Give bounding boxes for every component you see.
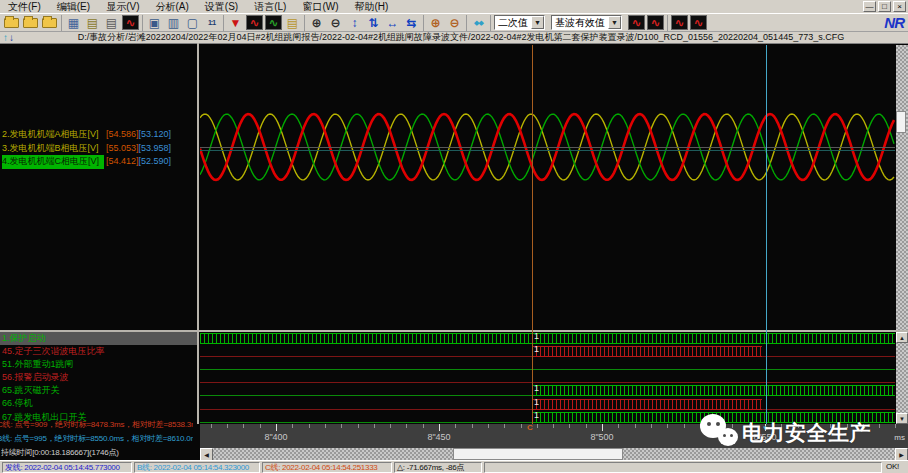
amplitude-expand-icon[interactable]: ↕ — [346, 15, 363, 30]
digital-trace-low — [200, 395, 532, 396]
time-expand-icon[interactable]: ↔ — [384, 15, 401, 30]
save-icon[interactable]: ▦ — [65, 15, 82, 30]
analog-channel-label: 3.发电机机端B相电压[V] — [2, 142, 104, 156]
axis-tick — [243, 424, 244, 428]
toolbar-group — [0, 15, 62, 31]
time-shrink-icon[interactable]: ⇆ — [403, 15, 420, 30]
cursor-b-time-status: B线: 2022-02-04 05:14:54.323000 — [134, 462, 260, 473]
amplitude-shrink-icon[interactable]: ⇅ — [365, 15, 382, 30]
ok-status: OK! — [884, 462, 906, 473]
zoom-in-icon[interactable]: ⊕ — [308, 15, 325, 30]
toolbar: ▦▤▤∿▣▥▢1:1▼∿∿▤⊕⊖↕⇅↔⇆⊕⊖◆◆二次值▼基波有效值▼∿∿∿∿ — [0, 13, 908, 31]
menu-item-7[interactable]: 帮助(H) — [347, 0, 397, 14]
horizontal-scrollbar-thumb[interactable] — [453, 448, 623, 460]
calc-type-combo[interactable]: 基波有效值▼ — [551, 15, 622, 30]
fit-window-icon[interactable]: ▢ — [184, 15, 201, 30]
chevron-down-icon[interactable]: ▼ — [608, 16, 621, 29]
wechat-icon — [698, 412, 742, 454]
menu-item-1[interactable]: 编辑(E) — [49, 0, 98, 14]
cursor-c-line[interactable] — [532, 45, 533, 424]
zoom-out-icon[interactable]: ⊖ — [327, 15, 344, 30]
marker-flag-icon[interactable]: ▼ — [227, 15, 244, 30]
toolbar-group: ▣▥▢1:1 — [143, 15, 224, 31]
menu-item-0[interactable]: 文件(F) — [0, 0, 49, 14]
digital-channel-row[interactable]: 66.停机 — [0, 397, 197, 410]
report-icon[interactable]: ▤ — [284, 15, 301, 30]
zoom-area-icon[interactable]: ⊕ — [427, 15, 444, 30]
cursor-c-axis-marker: C — [527, 424, 533, 432]
panel-splitter-horizontal[interactable] — [0, 330, 908, 332]
minimize-button[interactable]: — — [863, 1, 876, 12]
waveform-window-icon[interactable]: ∿ — [122, 15, 139, 30]
open-dir-icon[interactable] — [42, 18, 57, 28]
export-icon[interactable]: ▤ — [84, 15, 101, 30]
axis-tick — [439, 424, 440, 431]
menu-item-3[interactable]: 分析(A) — [147, 0, 196, 14]
zero-axis-line — [200, 147, 895, 148]
scroll-up-icon[interactable]: ▲ — [896, 332, 908, 343]
prev-file-icon[interactable]: ↑ — [3, 33, 8, 43]
analog-channel-list: 2.发电机机端A相电压[V][54.586][53.120]3.发电机机端B相电… — [2, 128, 197, 169]
toolbar-group: ▦▤▤∿ — [62, 15, 143, 31]
close-button[interactable]: × — [893, 1, 906, 12]
digital-trace-high — [532, 385, 895, 396]
axis-tick — [341, 424, 342, 428]
analog-waveform-plot[interactable] — [200, 45, 895, 330]
zoom-reset-icon[interactable]: ⊖ — [446, 15, 463, 30]
analog-vertical-scrollbar[interactable] — [896, 45, 908, 330]
status-spacer — [484, 462, 882, 473]
digital-trace-low — [200, 356, 532, 357]
axis-tick — [635, 424, 636, 428]
axis-tick — [309, 424, 310, 428]
digital-channel-row[interactable]: 56.报警启动录波 — [0, 371, 197, 384]
copy-icon[interactable]: ▣ — [146, 15, 163, 30]
menu-item-5[interactable]: 语言(L) — [246, 0, 294, 14]
preview-icon[interactable]: ▥ — [165, 15, 182, 30]
wave-zoom-d-icon[interactable]: ∿ — [690, 15, 707, 30]
path-bar: ↑ ↓ D:/事故分析/岩滩20220204/2022年02月04日#2机组跳闸… — [0, 31, 908, 43]
axis-tick — [358, 424, 359, 428]
axis-tick-label: 8"450 — [427, 432, 450, 442]
axis-tick — [684, 424, 685, 428]
menu-item-2[interactable]: 显示(V) — [98, 0, 147, 14]
watermark: 电力安全生产 — [698, 410, 898, 456]
analog-scrollbar-thumb[interactable] — [896, 111, 906, 133]
menu-item-6[interactable]: 窗口(W) — [294, 0, 346, 14]
wave-zoom-b-icon[interactable]: ∿ — [647, 15, 664, 30]
axis-tick — [618, 424, 619, 428]
axis-tick — [423, 424, 424, 428]
axis-tick-label: 8"500 — [590, 432, 613, 442]
axis-tick — [667, 424, 668, 428]
open-recent-icon[interactable] — [23, 18, 38, 28]
toolbar-group: ◆◆ — [467, 15, 491, 31]
trace-state-marker: 1 — [534, 345, 539, 354]
chevron-down-icon[interactable]: ▼ — [531, 16, 544, 29]
cursor-jump-icon[interactable]: ◆◆ — [470, 15, 487, 30]
print-icon[interactable]: ▤ — [103, 15, 120, 30]
axis-tick — [504, 424, 505, 428]
analog-channel-row[interactable]: 2.发电机机端A相电压[V][54.586][53.120] — [2, 128, 197, 142]
open-file-icon[interactable] — [4, 18, 19, 28]
digital-channel-row[interactable]: 1.保护启动 — [0, 332, 197, 345]
digital-channel-row[interactable]: 45.定子三次谐波电压比率 — [0, 345, 197, 358]
one-to-one-icon[interactable]: 1:1 — [203, 15, 220, 30]
wave-list-icon[interactable]: ∿ — [246, 15, 263, 30]
digital-channel-row[interactable]: 51.外部重动1跳闸 — [0, 358, 197, 371]
cursor-delta-status: △: -71.667ms, -86点 — [394, 462, 482, 473]
window-controls: — □ × — [863, 1, 906, 12]
wave-grid-icon[interactable]: ∿ — [265, 15, 282, 30]
cursor-b-line[interactable] — [766, 45, 767, 424]
analog-channel-row[interactable]: 4.发电机机端C相电压[V][54.412][52.590] — [2, 155, 197, 169]
value-type-combo[interactable]: 二次值▼ — [494, 15, 545, 30]
cursor-c-value: [54.412] — [106, 155, 139, 169]
analog-channel-label: 4.发电机机端C相电压[V] — [2, 155, 104, 169]
path-arrows: ↑ ↓ — [0, 33, 14, 43]
wave-zoom-a-icon[interactable]: ∿ — [628, 15, 645, 30]
panel-splitter-vertical[interactable] — [197, 43, 199, 424]
wave-zoom-c-icon[interactable]: ∿ — [671, 15, 688, 30]
digital-trace-low — [200, 422, 532, 423]
digital-channel-row[interactable]: 65.跳灭磁开关 — [0, 384, 197, 397]
analog-channel-row[interactable]: 3.发电机机端B相电压[V][55.053][53.958] — [2, 142, 197, 156]
restore-button[interactable]: □ — [878, 1, 891, 12]
menu-item-4[interactable]: 设置(S) — [197, 0, 246, 14]
